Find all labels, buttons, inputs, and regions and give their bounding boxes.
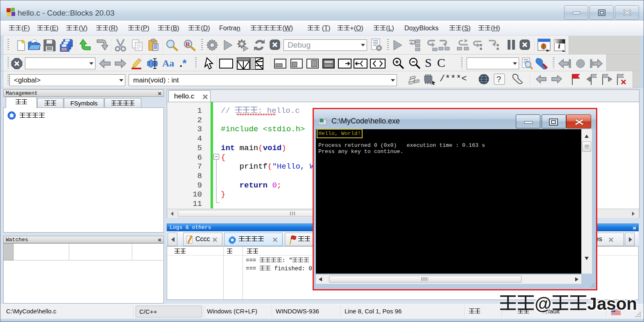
svg-text:i: i — [558, 40, 561, 50]
svg-text:?: ? — [497, 75, 501, 84]
svg-text:R: R — [186, 41, 190, 48]
